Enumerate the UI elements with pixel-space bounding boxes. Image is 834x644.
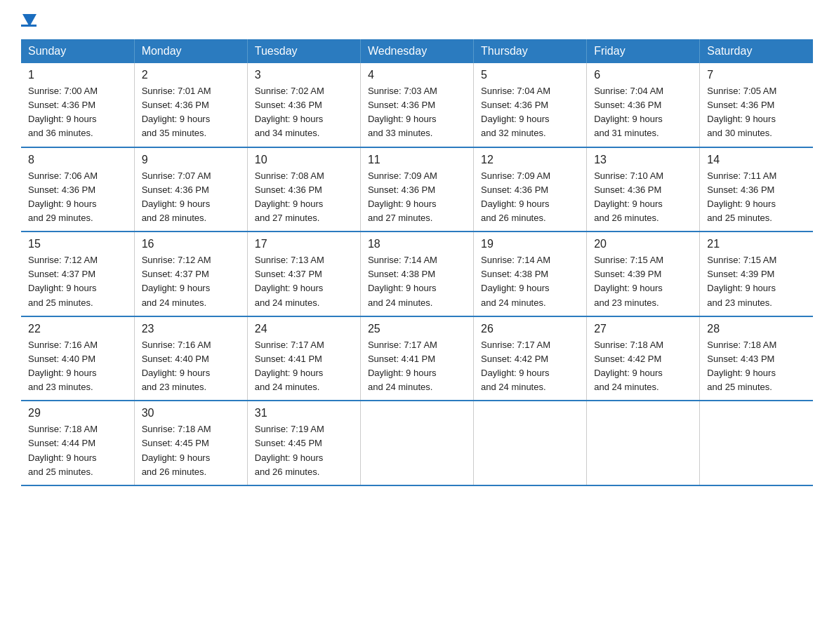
calendar-cell: 14Sunrise: 7:11 AMSunset: 4:36 PMDayligh… (700, 147, 813, 232)
day-info: Sunrise: 7:15 AMSunset: 4:39 PMDaylight:… (707, 253, 806, 310)
day-number: 29 (28, 407, 127, 420)
day-number: 16 (142, 238, 240, 250)
calendar-cell: 13Sunrise: 7:10 AMSunset: 4:36 PMDayligh… (587, 147, 700, 232)
calendar-cell: 11Sunrise: 7:09 AMSunset: 4:36 PMDayligh… (360, 147, 473, 232)
day-info: Sunrise: 7:06 AMSunset: 4:36 PMDaylight:… (28, 169, 127, 226)
day-info: Sunrise: 7:11 AMSunset: 4:36 PMDaylight:… (707, 169, 806, 226)
day-number: 28 (707, 323, 806, 335)
day-info: Sunrise: 7:14 AMSunset: 4:38 PMDaylight:… (368, 253, 466, 310)
day-number: 10 (255, 154, 353, 166)
header-day-friday: Friday (587, 39, 700, 63)
calendar-cell: 18Sunrise: 7:14 AMSunset: 4:38 PMDayligh… (360, 232, 473, 316)
day-number: 17 (255, 238, 353, 250)
day-info: Sunrise: 7:12 AMSunset: 4:37 PMDaylight:… (142, 253, 240, 310)
day-number: 27 (594, 323, 692, 335)
day-info: Sunrise: 7:10 AMSunset: 4:36 PMDaylight:… (594, 169, 692, 226)
day-number: 21 (707, 238, 806, 250)
day-info: Sunrise: 7:15 AMSunset: 4:39 PMDaylight:… (594, 253, 692, 310)
calendar-header: SundayMondayTuesdayWednesdayThursdayFrid… (21, 39, 813, 63)
calendar-body: 1Sunrise: 7:00 AMSunset: 4:36 PMDaylight… (21, 63, 813, 485)
calendar-cell: 12Sunrise: 7:09 AMSunset: 4:36 PMDayligh… (474, 147, 587, 232)
day-number: 8 (28, 154, 127, 166)
calendar-cell: 22Sunrise: 7:16 AMSunset: 4:40 PMDayligh… (21, 316, 134, 401)
day-number: 23 (142, 323, 240, 335)
day-info: Sunrise: 7:16 AMSunset: 4:40 PMDaylight:… (28, 338, 127, 395)
day-number: 18 (368, 238, 466, 250)
day-info: Sunrise: 7:09 AMSunset: 4:36 PMDaylight:… (481, 169, 579, 226)
day-number: 6 (594, 69, 692, 81)
day-number: 3 (255, 69, 353, 81)
calendar-cell: 30Sunrise: 7:18 AMSunset: 4:45 PMDayligh… (134, 401, 247, 485)
calendar-cell (587, 401, 700, 485)
week-row-1: 1Sunrise: 7:00 AMSunset: 4:36 PMDaylight… (21, 63, 813, 147)
calendar-cell: 10Sunrise: 7:08 AMSunset: 4:36 PMDayligh… (247, 147, 360, 232)
day-number: 24 (255, 323, 353, 335)
day-info: Sunrise: 7:09 AMSunset: 4:36 PMDaylight:… (368, 169, 466, 226)
week-row-5: 29Sunrise: 7:18 AMSunset: 4:44 PMDayligh… (21, 401, 813, 485)
day-info: Sunrise: 7:01 AMSunset: 4:36 PMDaylight:… (142, 84, 240, 141)
day-info: Sunrise: 7:00 AMSunset: 4:36 PMDaylight:… (28, 84, 127, 141)
calendar-cell: 17Sunrise: 7:13 AMSunset: 4:37 PMDayligh… (247, 232, 360, 316)
calendar-cell: 15Sunrise: 7:12 AMSunset: 4:37 PMDayligh… (21, 232, 134, 316)
logo (21, 14, 37, 27)
day-info: Sunrise: 7:19 AMSunset: 4:45 PMDaylight:… (255, 422, 353, 479)
day-number: 1 (28, 69, 127, 81)
week-row-4: 22Sunrise: 7:16 AMSunset: 4:40 PMDayligh… (21, 316, 813, 401)
page-header (21, 14, 813, 27)
day-info: Sunrise: 7:02 AMSunset: 4:36 PMDaylight:… (255, 84, 353, 141)
calendar-cell: 20Sunrise: 7:15 AMSunset: 4:39 PMDayligh… (587, 232, 700, 316)
header-day-sunday: Sunday (21, 39, 134, 63)
calendar-cell: 7Sunrise: 7:05 AMSunset: 4:36 PMDaylight… (700, 63, 813, 147)
calendar-cell: 25Sunrise: 7:17 AMSunset: 4:41 PMDayligh… (360, 316, 473, 401)
calendar-cell: 16Sunrise: 7:12 AMSunset: 4:37 PMDayligh… (134, 232, 247, 316)
day-number: 15 (28, 238, 127, 250)
day-number: 22 (28, 323, 127, 335)
day-info: Sunrise: 7:04 AMSunset: 4:36 PMDaylight:… (594, 84, 692, 141)
header-row: SundayMondayTuesdayWednesdayThursdayFrid… (21, 39, 813, 63)
day-info: Sunrise: 7:04 AMSunset: 4:36 PMDaylight:… (481, 84, 579, 141)
day-number: 13 (594, 154, 692, 166)
day-info: Sunrise: 7:13 AMSunset: 4:37 PMDaylight:… (255, 253, 353, 310)
calendar-cell: 23Sunrise: 7:16 AMSunset: 4:40 PMDayligh… (134, 316, 247, 401)
calendar-cell (700, 401, 813, 485)
calendar-cell: 1Sunrise: 7:00 AMSunset: 4:36 PMDaylight… (21, 63, 134, 147)
day-number: 31 (255, 407, 353, 420)
day-info: Sunrise: 7:05 AMSunset: 4:36 PMDaylight:… (707, 84, 806, 141)
day-info: Sunrise: 7:18 AMSunset: 4:45 PMDaylight:… (142, 422, 240, 479)
day-number: 5 (481, 69, 579, 81)
day-info: Sunrise: 7:17 AMSunset: 4:42 PMDaylight:… (481, 338, 579, 395)
day-number: 11 (368, 154, 466, 166)
header-day-wednesday: Wednesday (360, 39, 473, 63)
day-number: 14 (707, 154, 806, 166)
day-number: 2 (142, 69, 240, 81)
day-number: 20 (594, 238, 692, 250)
day-number: 12 (481, 154, 579, 166)
logo-text (21, 14, 37, 24)
day-info: Sunrise: 7:12 AMSunset: 4:37 PMDaylight:… (28, 253, 127, 310)
calendar-cell: 5Sunrise: 7:04 AMSunset: 4:36 PMDaylight… (474, 63, 587, 147)
day-number: 9 (142, 154, 240, 166)
day-info: Sunrise: 7:18 AMSunset: 4:44 PMDaylight:… (28, 422, 127, 479)
day-number: 30 (142, 407, 240, 420)
calendar-cell: 6Sunrise: 7:04 AMSunset: 4:36 PMDaylight… (587, 63, 700, 147)
day-info: Sunrise: 7:03 AMSunset: 4:36 PMDaylight:… (368, 84, 466, 141)
day-info: Sunrise: 7:17 AMSunset: 4:41 PMDaylight:… (255, 338, 353, 395)
day-info: Sunrise: 7:16 AMSunset: 4:40 PMDaylight:… (142, 338, 240, 395)
day-number: 25 (368, 323, 466, 335)
header-day-tuesday: Tuesday (247, 39, 360, 63)
calendar-cell: 26Sunrise: 7:17 AMSunset: 4:42 PMDayligh… (474, 316, 587, 401)
calendar-cell: 19Sunrise: 7:14 AMSunset: 4:38 PMDayligh… (474, 232, 587, 316)
week-row-3: 15Sunrise: 7:12 AMSunset: 4:37 PMDayligh… (21, 232, 813, 316)
day-info: Sunrise: 7:08 AMSunset: 4:36 PMDaylight:… (255, 169, 353, 226)
calendar-cell: 28Sunrise: 7:18 AMSunset: 4:43 PMDayligh… (700, 316, 813, 401)
calendar-cell: 9Sunrise: 7:07 AMSunset: 4:36 PMDaylight… (134, 147, 247, 232)
day-info: Sunrise: 7:18 AMSunset: 4:43 PMDaylight:… (707, 338, 806, 395)
calendar-cell (360, 401, 473, 485)
logo-underline (21, 25, 37, 27)
day-number: 26 (481, 323, 579, 335)
calendar-cell: 27Sunrise: 7:18 AMSunset: 4:42 PMDayligh… (587, 316, 700, 401)
calendar-cell: 24Sunrise: 7:17 AMSunset: 4:41 PMDayligh… (247, 316, 360, 401)
day-info: Sunrise: 7:17 AMSunset: 4:41 PMDaylight:… (368, 338, 466, 395)
calendar-cell: 4Sunrise: 7:03 AMSunset: 4:36 PMDaylight… (360, 63, 473, 147)
day-number: 4 (368, 69, 466, 81)
